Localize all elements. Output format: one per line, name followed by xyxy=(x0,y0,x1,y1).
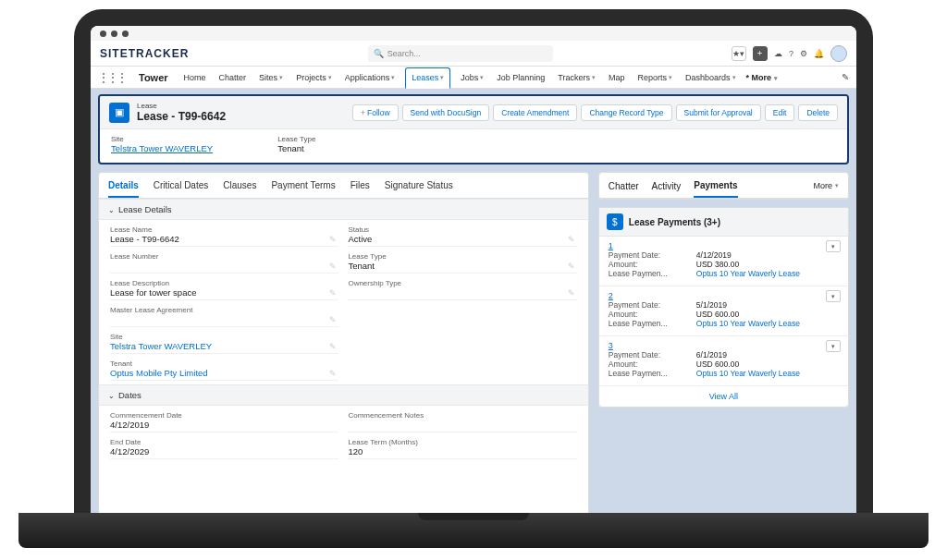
payment-menu-button[interactable]: ▾ xyxy=(826,290,841,302)
edit-pencil-icon[interactable]: ✎ xyxy=(568,288,575,298)
payment-menu-button[interactable]: ▾ xyxy=(826,240,841,252)
payment-menu-button[interactable]: ▾ xyxy=(826,340,841,352)
edit-pencil-icon[interactable]: ✎ xyxy=(568,235,575,244)
comm-notes-value xyxy=(348,420,576,430)
close-dot[interactable] xyxy=(100,30,106,37)
nav-projects[interactable]: Projects▾ xyxy=(293,67,335,88)
send-docusign-button[interactable]: Send with DocuSign xyxy=(402,104,490,121)
payment-amount-value: USD 380.00 xyxy=(696,260,739,269)
nav-reports[interactable]: Reports▾ xyxy=(634,67,675,88)
edit-pencil-icon[interactable]: ✎ xyxy=(329,369,337,378)
nav-jobs[interactable]: Jobs▾ xyxy=(458,67,486,88)
change-record-type-button[interactable]: Change Record Type xyxy=(581,104,671,121)
site-value-link[interactable]: Telstra Tower WAVERLEY xyxy=(110,341,338,351)
notifications-icon[interactable]: 🔔 xyxy=(814,49,824,58)
edit-pencil-icon[interactable]: ✎ xyxy=(329,288,337,298)
submit-approval-button[interactable]: Submit for Approval xyxy=(676,104,761,121)
rtab-activity[interactable]: Activity xyxy=(652,174,682,197)
payment-agreement-label: Lease Paymen... xyxy=(609,369,696,378)
nav-job-planning[interactable]: Job Planning xyxy=(494,67,547,88)
add-button[interactable]: ＋ xyxy=(753,46,768,61)
comm-notes-label: Commencement Notes xyxy=(348,411,576,420)
delete-button[interactable]: Delete xyxy=(798,104,838,121)
help-icon[interactable]: ? xyxy=(789,49,793,58)
master-lease-label: Master Lease Agreement xyxy=(110,306,338,314)
nav-leases[interactable]: Leases▾ xyxy=(405,67,450,89)
create-amendment-button[interactable]: Create Amendment xyxy=(493,104,577,121)
payment-amount-value: USD 600.00 xyxy=(696,310,739,319)
min-dot[interactable] xyxy=(111,30,117,37)
nav-trackers[interactable]: Trackers▾ xyxy=(555,67,598,88)
user-avatar[interactable] xyxy=(830,45,847,62)
payment-number-link[interactable]: 3 xyxy=(609,341,613,350)
edit-pencil-icon[interactable]: ✎ xyxy=(329,342,337,351)
nav-dashboards[interactable]: Dashboards▾ xyxy=(683,67,739,88)
page-body: ▣ Lease Lease - T99-6642 ++ FollowFollow… xyxy=(91,89,856,527)
laptop-base xyxy=(18,513,929,548)
payment-date-value: 4/12/2019 xyxy=(696,250,732,260)
tab-critical-dates[interactable]: Critical Dates xyxy=(154,173,208,198)
rtab-payments[interactable]: Payments xyxy=(694,173,737,198)
status-label: Status xyxy=(348,225,576,234)
edit-pencil-icon[interactable]: ✎ xyxy=(329,235,337,244)
rtab-chatter[interactable]: Chatter xyxy=(609,174,639,197)
end-date-value: 4/12/2029 xyxy=(110,446,338,457)
summary-site-link[interactable]: Telstra Tower WAVERLEY xyxy=(111,143,213,153)
tenant-label: Tenant xyxy=(110,359,338,368)
edit-pencil-icon[interactable]: ✎ xyxy=(329,262,337,271)
lease-name-label: Lease Name xyxy=(110,225,338,234)
favorites-button[interactable]: ★▾ xyxy=(732,46,746,61)
status-value: Active xyxy=(348,234,576,244)
payments-title: Lease Payments (3+) xyxy=(629,217,720,227)
edit-button[interactable]: Edit xyxy=(765,104,795,121)
edit-nav-icon[interactable]: ✎ xyxy=(842,72,849,82)
payment-date-label: Payment Date: xyxy=(609,250,696,260)
tab-files[interactable]: Files xyxy=(351,173,370,198)
sync-icon[interactable]: ☁ xyxy=(774,49,782,58)
chevron-down-icon: ▾ xyxy=(279,74,283,81)
nav-map[interactable]: Map xyxy=(606,67,628,88)
details-panel: Details Critical Dates Clauses Payment T… xyxy=(98,172,589,521)
payment-agreement-link[interactable]: Optus 10 Year Waverly Lease xyxy=(696,319,800,328)
nav-home[interactable]: Home xyxy=(181,67,209,88)
lease-number-label: Lease Number xyxy=(110,252,338,261)
app-name: Tower xyxy=(139,72,168,83)
lease-payments-card: $ Lease Payments (3+) ▾1Payment Date:4/1… xyxy=(598,207,849,408)
nav-sites[interactable]: Sites▾ xyxy=(256,67,286,88)
settings-icon[interactable]: ⚙ xyxy=(800,49,807,58)
tab-signature-status[interactable]: Signature Status xyxy=(385,173,453,198)
tenant-value-link[interactable]: Optus Mobile Pty Limited xyxy=(110,368,338,378)
chevron-down-icon: ▾ xyxy=(669,74,672,81)
nav-chatter[interactable]: Chatter xyxy=(216,67,250,88)
payment-agreement-link[interactable]: Optus 10 Year Waverly Lease xyxy=(696,269,800,278)
max-dot[interactable] xyxy=(122,30,129,37)
lease-desc-value: Lease for tower space xyxy=(110,287,338,298)
app-launcher-icon[interactable]: ⋮⋮⋮ xyxy=(98,71,126,84)
payment-agreement-label: Lease Paymen... xyxy=(609,319,696,328)
payment-number-link[interactable]: 1 xyxy=(609,241,613,250)
payment-number-link[interactable]: 2 xyxy=(609,291,613,300)
rtab-more[interactable]: More▾ xyxy=(813,181,839,190)
section-lease-details[interactable]: ⌄Lease Details xyxy=(99,199,588,220)
nav-applications[interactable]: Applications▾ xyxy=(342,67,399,88)
nav-more[interactable]: * More ▾ xyxy=(746,73,778,82)
payment-amount-label: Amount: xyxy=(609,359,696,369)
tab-payment-terms[interactable]: Payment Terms xyxy=(271,173,335,198)
payment-amount-label: Amount: xyxy=(609,310,696,319)
payment-agreement-link[interactable]: Optus 10 Year Waverly Lease xyxy=(696,369,800,378)
payment-date-label: Payment Date: xyxy=(609,300,696,310)
tab-details[interactable]: Details xyxy=(108,173,139,198)
lease-number-value xyxy=(110,261,338,271)
brand-logo[interactable]: SITETRACKER xyxy=(100,47,189,60)
follow-button[interactable]: ++ FollowFollow xyxy=(352,104,399,121)
edit-pencil-icon[interactable]: ✎ xyxy=(568,262,575,271)
section-dates[interactable]: ⌄Dates xyxy=(99,384,588,406)
related-panel: Chatter Activity Payments More▾ $ Lease … xyxy=(598,172,849,521)
tab-clauses[interactable]: Clauses xyxy=(223,173,256,198)
global-search[interactable]: 🔍 Search... xyxy=(368,45,553,62)
edit-pencil-icon[interactable]: ✎ xyxy=(329,315,337,324)
payment-date-value: 5/1/2019 xyxy=(696,300,727,310)
payment-date-label: Payment Date: xyxy=(609,350,696,359)
view-all-link[interactable]: View All xyxy=(599,386,848,407)
chevron-down-icon: ▾ xyxy=(835,182,839,189)
